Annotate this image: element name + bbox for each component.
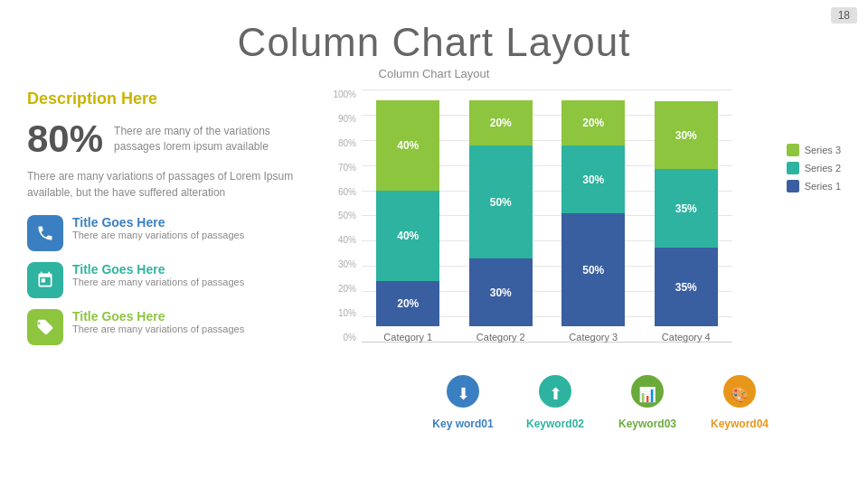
main-content: Description Here 80% There are many of t…	[0, 80, 868, 430]
icon-item-2-title: Title Goes Here	[72, 262, 244, 277]
bar-group-2: 20% 50% 30% Category 2	[469, 100, 533, 343]
bar-s1-2: 30%	[469, 258, 533, 326]
bar-group-4: 30% 35% 35% Category 4	[655, 101, 718, 343]
icon-item-3-text: Title Goes Here There are many variation…	[72, 309, 244, 334]
legend-label-s2: Series 2	[805, 163, 841, 174]
bar-label-4: Category 4	[662, 332, 711, 343]
svg-text:⬇: ⬇	[457, 385, 470, 403]
icon-item-1: Title Goes Here There are many variation…	[27, 215, 307, 251]
legend-label-s1: Series 1	[805, 181, 841, 192]
icon-item-2-sub: There are many variations of passages	[72, 277, 244, 287]
keywords-row: ⬇ Key word01 ⬆ Keyword02 📊 Keyword03 🎨	[326, 375, 841, 430]
bar-stack-3: 20% 30% 50%	[561, 100, 625, 326]
percent-text: There are many of the variationspassages…	[114, 124, 270, 155]
percent-number: 80%	[27, 117, 103, 161]
percent-row: 80% There are many of the variationspass…	[27, 117, 307, 161]
keyword-4-label: Keyword04	[711, 418, 769, 430]
legend-color-s2	[787, 162, 799, 174]
legend-series1: Series 1	[787, 180, 841, 192]
bar-label-1: Category 1	[383, 332, 432, 343]
right-panel: 100% 90% 80% 70% 60% 50% 40% 30% 20% 10%…	[326, 89, 841, 430]
keyword-3: 📊 Keyword03	[601, 375, 693, 430]
bars-container: 40% 40% 20% Category 1 20% 50% 30% Categ…	[362, 117, 732, 343]
keyword-1-icon: ⬇	[447, 375, 479, 414]
y-axis: 100% 90% 80% 70% 60% 50% 40% 30% 20% 10%…	[326, 89, 360, 343]
icon-item-1-text: Title Goes Here There are many variation…	[72, 215, 244, 240]
icon-item-3-sub: There are many variations of passages	[72, 324, 244, 334]
lorem-text: There are many variations of passages of…	[27, 168, 307, 201]
svg-text:🎨: 🎨	[731, 386, 749, 403]
keyword-2-icon: ⬆	[539, 375, 571, 414]
bar-label-3: Category 3	[569, 332, 618, 343]
calendar-icon-box	[27, 262, 63, 298]
page-number: 18	[831, 7, 857, 23]
keyword-3-icon: 📊	[631, 375, 664, 414]
bar-s2-3: 30%	[561, 145, 625, 213]
keyword-3-label: Keyword03	[618, 418, 676, 430]
bar-s2-4: 35%	[655, 169, 718, 248]
bar-stack-2: 20% 50% 30%	[469, 100, 533, 326]
page-title: Column Chart Layout	[0, 20, 868, 65]
icon-item-2-text: Title Goes Here There are many variation…	[72, 262, 244, 287]
keyword-4: 🎨 Keyword04	[693, 375, 786, 430]
description-title: Description Here	[27, 89, 307, 108]
bar-stack-1: 40% 40% 20%	[376, 100, 439, 326]
left-panel: Description Here 80% There are many of t…	[27, 89, 307, 430]
chart-legend: Series 3 Series 2 Series 1	[787, 144, 841, 192]
bar-s2-1: 40%	[376, 191, 439, 281]
bar-s3-1: 40%	[376, 100, 439, 191]
bar-s1-4: 35%	[655, 248, 718, 326]
bar-s3-3: 20%	[561, 100, 625, 145]
icon-item-1-title: Title Goes Here	[72, 215, 244, 230]
keyword-2: ⬆ Keyword02	[509, 375, 601, 430]
legend-color-s1	[787, 180, 799, 192]
icon-item-3-title: Title Goes Here	[72, 309, 244, 324]
phone-icon-box	[27, 215, 63, 251]
legend-label-s3: Series 3	[805, 145, 841, 155]
legend-series3: Series 3	[787, 144, 841, 156]
bar-group-3: 20% 30% 50% Category 3	[561, 100, 625, 343]
legend-series2: Series 2	[787, 162, 841, 174]
svg-text:⬆: ⬆	[549, 385, 562, 403]
icon-item-1-sub: There are many variations of passages	[72, 230, 244, 240]
keyword-1: ⬇ Key word01	[417, 375, 509, 430]
bar-s1-3: 50%	[561, 213, 625, 326]
legend-color-s3	[787, 144, 799, 156]
bar-s1-1: 20%	[376, 281, 439, 326]
page-subtitle: Column Chart Layout	[0, 67, 868, 80]
keyword-1-label: Key word01	[432, 418, 493, 430]
bar-label-2: Category 2	[476, 332, 525, 343]
icon-item-2: Title Goes Here There are many variation…	[27, 262, 307, 298]
bar-stack-4: 30% 35% 35%	[655, 101, 718, 326]
bar-s3-4: 30%	[655, 101, 718, 169]
keyword-4-icon: 🎨	[723, 375, 756, 414]
header: Column Chart Layout Column Chart Layout	[0, 0, 868, 80]
bar-s3-2: 20%	[469, 100, 533, 145]
bar-s2-2: 50%	[469, 145, 533, 258]
tag-icon-box	[27, 309, 63, 345]
keyword-2-label: Keyword02	[526, 418, 584, 430]
bar-group-1: 40% 40% 20% Category 1	[376, 100, 439, 343]
icon-item-3: Title Goes Here There are many variation…	[27, 309, 307, 345]
svg-text:📊: 📊	[638, 386, 656, 403]
